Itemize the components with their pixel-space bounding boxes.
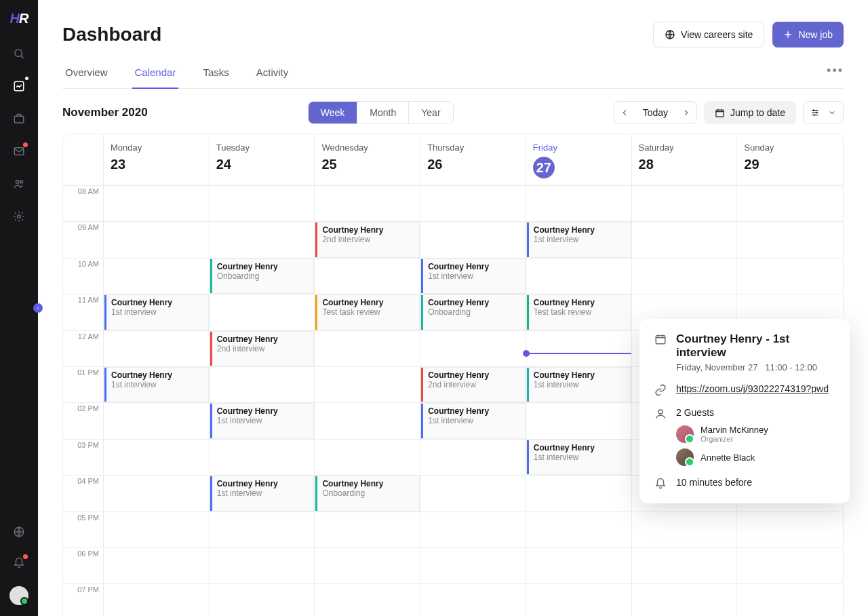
day-name: Thursday — [427, 142, 519, 153]
time-gutter-head — [63, 134, 104, 186]
calendar-event[interactable]: Courtney HenryTest task review — [315, 294, 420, 330]
calendar-event[interactable]: Courtney Henry1st interview — [526, 367, 631, 402]
event-subtitle: 1st interview — [111, 380, 203, 389]
svg-point-5 — [16, 180, 20, 184]
day-column: Courtney Henry1st interviewCourtney Henr… — [420, 186, 526, 616]
mail-icon[interactable] — [11, 143, 27, 159]
avatar — [676, 448, 694, 466]
event-title: Courtney Henry — [428, 406, 519, 416]
tab-calendar[interactable]: Calendar — [132, 61, 179, 89]
event-title: Courtney Henry — [534, 298, 625, 307]
globe-icon[interactable] — [11, 524, 27, 540]
calendar-event[interactable]: Courtney Henry1st interview — [104, 367, 209, 402]
avatar[interactable] — [9, 586, 28, 605]
bell-icon[interactable] — [11, 555, 27, 571]
tab-overview[interactable]: Overview — [62, 61, 111, 88]
popover-title: Courtney Henry - 1st interview — [676, 332, 835, 360]
event-subtitle: 2nd interview — [322, 235, 414, 244]
day-number: 24 — [216, 157, 308, 172]
calendar-event[interactable]: Courtney HenryOnboarding — [420, 294, 526, 330]
calendar-event[interactable]: Courtney HenryOnboarding — [315, 476, 420, 511]
now-indicator — [526, 353, 631, 354]
popover-link[interactable]: https://zoom.us/j/93022274319?pwd — [676, 383, 829, 394]
calendar-event[interactable]: Courtney Henry2nd interview — [420, 367, 526, 402]
people-icon[interactable] — [11, 176, 27, 192]
calendar-event[interactable]: Courtney Henry2nd interview — [210, 331, 315, 366]
calendar-event[interactable]: Courtney HenryTest task review — [526, 294, 631, 330]
day-name: Sunday — [744, 142, 836, 153]
prev-week-button[interactable] — [614, 108, 635, 117]
calendar-event[interactable]: Courtney HenryOnboarding — [210, 258, 315, 294]
filter-button[interactable] — [803, 101, 844, 124]
event-title: Courtney Henry — [428, 262, 519, 271]
event-title: Courtney Henry — [217, 334, 309, 344]
header: Dashboard View careers site New job — [62, 22, 844, 47]
briefcase-icon[interactable] — [11, 111, 27, 127]
expand-sidebar-icon[interactable]: › — [33, 303, 43, 313]
day-number: 29 — [744, 157, 836, 172]
more-icon[interactable]: ••• — [827, 64, 844, 78]
calendar-event[interactable]: Courtney Henry1st interview — [210, 476, 315, 511]
time-label: 10 AM — [63, 258, 104, 294]
svg-point-6 — [20, 180, 23, 183]
day-column: Courtney HenryOnboardingCourtney Henry2n… — [210, 186, 315, 616]
calendar-icon — [715, 108, 725, 118]
logo[interactable]: HR — [10, 11, 28, 26]
time-label: 12 AM — [63, 331, 104, 367]
view-month[interactable]: Month — [357, 102, 409, 123]
svg-point-0 — [15, 50, 22, 57]
event-subtitle: 1st interview — [534, 380, 625, 389]
event-title: Courtney Henry — [534, 443, 625, 453]
person-icon — [654, 408, 667, 420]
settings-icon[interactable] — [11, 208, 27, 225]
calendar-event[interactable]: Courtney Henry1st interview — [526, 222, 631, 257]
dashboard-icon[interactable] — [11, 78, 27, 94]
calendar-event[interactable]: Courtney Henry1st interview — [210, 403, 315, 438]
jump-to-date-button[interactable]: Jump to date — [704, 101, 796, 124]
event-title: Courtney Henry — [217, 479, 309, 488]
bell-icon — [654, 478, 667, 490]
time-label: 01 PM — [63, 367, 104, 403]
calendar-event[interactable]: Courtney Henry1st interview — [420, 258, 526, 294]
time-column: 08 AM09 AM10 AM11 AM12 AM01 PM02 PM03 PM… — [63, 186, 104, 616]
event-subtitle: Onboarding — [428, 307, 519, 317]
calendar-event[interactable]: Courtney Henry1st interview — [104, 294, 209, 330]
event-title: Courtney Henry — [428, 298, 519, 307]
event-subtitle: 2nd interview — [217, 344, 309, 353]
view-careers-button[interactable]: View careers site — [653, 22, 764, 47]
event-subtitle: 2nd interview — [428, 380, 519, 389]
calendar-event[interactable]: Courtney Henry1st interview — [420, 403, 526, 438]
header-actions: View careers site New job — [653, 22, 844, 47]
view-year[interactable]: Year — [409, 102, 452, 123]
search-icon[interactable] — [11, 45, 27, 62]
tab-activity[interactable]: Activity — [254, 61, 292, 88]
event-subtitle: 1st interview — [428, 416, 519, 425]
view-week[interactable]: Week — [309, 102, 358, 123]
day-header: Monday23 — [104, 134, 210, 186]
today-button[interactable]: Today — [635, 107, 676, 118]
popover-reminder: 10 minutes before — [676, 477, 752, 488]
next-week-button[interactable] — [676, 108, 696, 117]
event-subtitle: 1st interview — [217, 488, 309, 498]
event-popover: Courtney Henry - 1st interview Friday, N… — [639, 319, 850, 503]
new-job-button[interactable]: New job — [772, 22, 844, 47]
sidebar: HR › — [0, 0, 38, 616]
event-subtitle: 1st interview — [111, 307, 203, 317]
toolbar-right: Today Jump to date — [614, 101, 844, 124]
day-header: Wednesday25 — [315, 134, 420, 186]
event-title: Courtney Henry — [322, 225, 414, 235]
link-icon — [654, 384, 667, 396]
day-name: Saturday — [639, 142, 730, 153]
svg-point-12 — [658, 410, 663, 414]
calendar-event[interactable]: Courtney Henry2nd interview — [315, 222, 420, 257]
event-title: Courtney Henry — [534, 370, 625, 380]
day-name: Tuesday — [216, 142, 308, 153]
day-number: 28 — [639, 157, 730, 172]
calendar-event[interactable]: Courtney Henry1st interview — [526, 440, 631, 475]
svg-rect-11 — [656, 336, 665, 344]
sliders-icon — [810, 108, 820, 117]
day-header: Thursday26 — [420, 134, 526, 186]
time-label: 06 PM — [63, 548, 104, 584]
tab-tasks[interactable]: Tasks — [200, 61, 231, 88]
event-title: Courtney Henry — [322, 298, 414, 307]
